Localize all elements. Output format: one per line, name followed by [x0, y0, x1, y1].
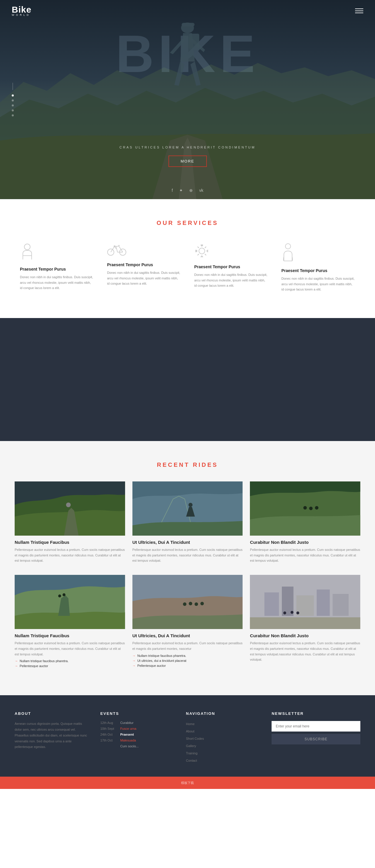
svg-point-16	[309, 507, 313, 510]
hamburger-menu[interactable]	[355, 8, 363, 13]
footer-about-title: ABOUT	[15, 711, 88, 716]
event-date-3: 24th Oct	[100, 733, 117, 736]
service-title-3: Praesent Tempor Purus	[194, 265, 268, 269]
svg-point-32	[283, 612, 286, 614]
ride-title-1: Nullam Tristique Faucibus	[15, 540, 125, 545]
ride-text-3: Pellentesque auctor euismod lectus a pre…	[250, 547, 360, 563]
ride-content-1: Nullam Tristique Faucibus Pellentesque a…	[15, 536, 125, 567]
newsletter-subscribe-button[interactable]: Subscribe	[271, 734, 360, 744]
footer-newsletter: NEWSLETTER Subscribe	[271, 711, 360, 765]
social-twitter[interactable]: ✦	[179, 188, 183, 193]
service-icon-gear	[194, 243, 268, 260]
hero-dot-3[interactable]	[12, 104, 14, 106]
hero-dot-2[interactable]	[12, 99, 14, 102]
event-date-1: 12th Aug	[100, 721, 117, 724]
services-title: OUR SERVICES	[18, 220, 357, 226]
service-text-4: Donec non nibh in dui sagittis finibus. …	[282, 276, 355, 292]
svg-point-24	[195, 602, 198, 606]
ride-content-5: Ut Ultricies, Dui A Tincidunt Pellentesq…	[133, 629, 243, 671]
service-icon-bike	[107, 243, 181, 258]
hero-section: BIKE	[0, 0, 375, 199]
footer-nav-list: Home About Short Codes Gallery Training	[186, 721, 260, 763]
svg-point-33	[291, 611, 293, 614]
event-item-3: 24th Oct Praesent	[100, 733, 174, 736]
footer-about: ABOUT Aenean cursus dignissim porta. Qui…	[15, 711, 88, 765]
svg-point-9	[285, 244, 291, 249]
event-name-4[interactable]: Malesuada	[120, 739, 136, 742]
event-name-3[interactable]: Praesent	[120, 733, 134, 736]
ride-content-3: Curabitur Non Blandit Justo Pellentesque…	[250, 536, 360, 567]
social-facebook[interactable]: f	[172, 188, 173, 193]
rides-title: RECENT RIDES	[15, 462, 360, 468]
site-footer: ABOUT Aenean cursus dignissim porta. Qui…	[0, 695, 375, 789]
svg-point-19	[58, 594, 61, 597]
event-name-2[interactable]: Fusce urna	[120, 727, 136, 731]
ride-card-2: Ut Ultricies, Dui A Tincidunt Pellentesq…	[133, 482, 243, 567]
svg-rect-27	[264, 592, 279, 616]
footer-events: EVENTS 12th Aug Curabitur 10th Sept Fusc…	[100, 711, 174, 765]
service-text-2: Donec non nibh in dui sagittis finibus. …	[107, 270, 181, 286]
footer-events-title: EVENTS	[100, 711, 174, 716]
ride-link-5-1[interactable]: → Nullam tristique faucibus pharetra.	[133, 654, 243, 657]
ride-content-2: Ut Ultricies, Dui A Tincidunt Pellentesq…	[133, 536, 243, 567]
svg-point-4	[24, 244, 30, 250]
site-header: Bike WORLD	[0, 0, 375, 22]
ride-content-4: Nullam Tristique Faucibus Pellentesque a…	[15, 629, 125, 672]
nav-link-shortcodes[interactable]: Short Codes	[186, 736, 260, 741]
footer-grid: ABOUT Aenean cursus dignissim porta. Qui…	[15, 711, 360, 777]
services-grid: Praesent Tempor Purus Donec non nibh in …	[18, 241, 357, 294]
nav-link-gallery[interactable]: Gallery	[186, 743, 260, 748]
ride-link-4-1[interactable]: → Nullam tristique faucibus pharetra.	[15, 659, 125, 663]
nav-link-home[interactable]: Home	[186, 721, 260, 726]
social-rss[interactable]: ⊕	[189, 188, 193, 193]
ride-title-3: Curabitur Non Blandit Justo	[250, 540, 360, 545]
ride-link-4-2[interactable]: → Pellentesque auctor	[15, 664, 125, 668]
newsletter-email-input[interactable]	[271, 721, 360, 732]
svg-point-20	[63, 593, 66, 596]
service-title-1: Praesent Tempor Purus	[20, 267, 94, 272]
hero-social: f ✦ ⊕ vk	[172, 188, 203, 193]
ride-link-5-3[interactable]: → Pellentesque auctor	[133, 664, 243, 668]
event-item-1: 12th Aug Curabitur	[100, 721, 174, 724]
rides-row-2: Nullam Tristique Faucibus Pellentesque a…	[15, 575, 360, 672]
ride-card-6: Curabitur Non Blandit Justo Pellentesque…	[250, 575, 360, 672]
more-button[interactable]: More	[169, 155, 207, 167]
rides-section: RECENT RIDES Nullam Tristique Faucibus	[0, 441, 375, 695]
svg-rect-3	[189, 34, 199, 50]
social-vk[interactable]: vk	[199, 188, 203, 193]
event-date-5	[100, 744, 117, 748]
hero-tagline: CRAS ULTRICES LOREM A HENDRERIT CONDIMEN…	[99, 146, 276, 149]
nav-link-about[interactable]: About	[186, 728, 260, 734]
nav-link-contact[interactable]: Contact	[186, 757, 260, 763]
ride-title-2: Ut Ultricies, Dui A Tincidunt	[133, 540, 243, 545]
svg-point-15	[304, 506, 307, 509]
hero-cyclist-figure	[155, 14, 220, 127]
service-title-4: Praesent Tempor Purus	[282, 268, 355, 273]
hero-dot-4[interactable]	[12, 110, 14, 112]
svg-point-34	[296, 612, 299, 614]
events-list: 12th Aug Curabitur 10th Sept Fusce urna …	[100, 721, 174, 748]
logo-sub: WORLD	[12, 13, 31, 17]
event-item-4: 17th Oct Malesuada	[100, 739, 174, 742]
ride-link-5-2[interactable]: → Ut ultricies, dui a tincidunt placerat	[133, 659, 243, 662]
service-icon-person2	[282, 243, 355, 264]
hero-dot-1[interactable]	[12, 95, 14, 97]
event-name-1[interactable]: Curabitur	[120, 721, 133, 724]
nav-link-training[interactable]: Training	[186, 750, 260, 755]
logo[interactable]: Bike WORLD	[12, 5, 31, 17]
svg-point-13	[189, 503, 193, 507]
ride-image-4	[15, 575, 125, 629]
service-text-1: Donec non nibh in dui sagittis finibus. …	[20, 274, 94, 291]
hero-dot-5[interactable]	[12, 115, 14, 117]
ride-card-5: Ut Ultricies, Dui A Tincidunt Pellentesq…	[133, 575, 243, 672]
svg-rect-30	[317, 589, 330, 616]
services-section: OUR SERVICES Praesent Tempor Purus Donec…	[0, 199, 375, 318]
service-item-4: Praesent Tempor Purus Donec non nibh in …	[279, 241, 358, 294]
ride-text-5: Pellentesque auctor euismod lectus a pre…	[133, 641, 243, 651]
ride-image-5	[133, 575, 243, 629]
ride-image-1	[15, 482, 125, 536]
service-icon-person	[20, 243, 94, 262]
ride-card-4: Nullam Tristique Faucibus Pellentesque a…	[15, 575, 125, 672]
event-name-5[interactable]: Cum sociis...	[120, 744, 139, 748]
event-date-2: 10th Sept	[100, 727, 117, 731]
